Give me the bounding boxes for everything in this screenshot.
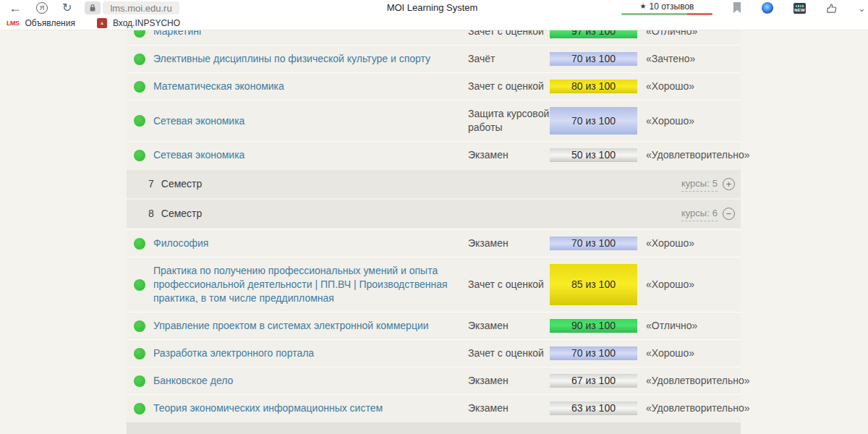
courses-count-link[interactable]: курсы: 6 xyxy=(681,206,718,221)
reviews-rating[interactable]: ★ 10 отзывов xyxy=(621,1,712,15)
table-row: Сетевая экономика Экзамен 50 из 100 «Удо… xyxy=(127,141,741,169)
status-dot-icon xyxy=(134,150,145,161)
status-dot-icon xyxy=(134,279,145,291)
semester-number: 8 xyxy=(148,207,154,221)
refresh-icon[interactable]: ↻ xyxy=(62,2,72,14)
reviews-count-label: 10 отзывов xyxy=(649,1,694,12)
score-cell: 63 из 100 xyxy=(550,401,637,415)
score-cell: 90 из 100 xyxy=(550,319,637,333)
courses-count: 6 xyxy=(712,206,718,220)
chevron-down-icon[interactable]: ⌄ xyxy=(858,3,864,14)
courses-count: 5 xyxy=(712,176,718,190)
url-field[interactable]: lms.moi.edu.ru xyxy=(85,1,179,14)
score-value: 67 из 100 xyxy=(571,374,616,388)
score-value: 80 из 100 xyxy=(571,80,616,93)
bookmark-flag-icon[interactable] xyxy=(733,2,741,14)
course-status xyxy=(127,375,153,387)
course-link[interactable]: Элективные дисциплины по физической куль… xyxy=(153,53,430,64)
semester-header-row: 8 Семестр курсы: 6 − xyxy=(127,200,741,228)
rating-bar-negative xyxy=(687,13,712,15)
score-value: 70 из 100 xyxy=(571,346,616,360)
table-row: Философия Экзамен 70 из 100 «Хорошо» xyxy=(127,229,741,257)
course-status xyxy=(127,238,153,250)
star-icon: ★ xyxy=(640,2,647,10)
grade-label: «Зачтено» xyxy=(637,52,741,66)
address-bar-right-cluster: ★ 10 отзывов NEW xyxy=(621,0,864,16)
score-cell: 67 из 100 xyxy=(550,374,637,388)
status-dot-icon xyxy=(134,81,145,93)
course-link[interactable]: Сетевая экономика xyxy=(153,115,244,127)
score-cell: 80 из 100 xyxy=(550,80,637,93)
grade-label: «Хорошо» xyxy=(637,278,741,292)
back-icon[interactable]: ← xyxy=(9,1,22,14)
bookmark-item-announcements[interactable]: LMS Объявления xyxy=(7,18,75,28)
score-value: 63 из 100 xyxy=(571,401,616,415)
table-row: Управление проектом в системах электронн… xyxy=(127,312,741,339)
score-value: 70 из 100 xyxy=(571,114,616,128)
exam-type-label: Экзамен xyxy=(468,374,550,388)
status-dot-icon xyxy=(134,320,145,332)
course-status xyxy=(127,320,153,332)
exam-type-label: Экзамен xyxy=(468,237,550,250)
browser-logo-icon[interactable] xyxy=(762,2,773,14)
exam-type-label: Защита курсовой работы xyxy=(468,107,550,135)
lms-logo-icon: LMS xyxy=(7,20,20,27)
status-dot-icon xyxy=(134,238,145,250)
score-cell: 50 из 100 xyxy=(550,148,637,162)
exam-type-label: Экзамен xyxy=(468,401,550,415)
lock-icon[interactable] xyxy=(85,1,101,14)
course-status xyxy=(127,54,153,65)
course-link[interactable]: Банковское дело xyxy=(153,375,233,386)
grade-label: «Хорошо» xyxy=(637,346,741,360)
courses-label: курсы: xyxy=(681,206,710,220)
course-link[interactable]: Практика по получению профессиональных у… xyxy=(153,265,448,304)
table-row: Математическая экономика Зачет с оценкой… xyxy=(127,72,741,100)
course-status xyxy=(127,81,153,93)
table-row: Разработка электронного портала Зачет с … xyxy=(127,339,741,367)
score-value: 70 из 100 xyxy=(571,52,616,66)
course-link[interactable]: Философия xyxy=(153,237,208,249)
semester-label: Семестр xyxy=(161,177,203,191)
url-text[interactable]: lms.moi.edu.ru xyxy=(103,1,179,14)
new-badge-label: NEW xyxy=(794,8,805,12)
grade-label: «Хорошо» xyxy=(637,80,741,93)
course-status xyxy=(127,279,153,291)
table-row: Теория экономических информационных сист… xyxy=(127,394,741,422)
exam-type-label: Экзамен xyxy=(468,319,550,333)
score-cell: 70 из 100 xyxy=(550,346,637,360)
status-dot-icon xyxy=(134,403,145,414)
course-link[interactable]: Математическая экономика xyxy=(153,80,284,92)
exam-type-label: Экзамен xyxy=(468,148,550,162)
minus-circle-icon[interactable]: − xyxy=(723,208,735,220)
bookmark-item-inpsycho[interactable]: ▲ Вход.INPSYCHO xyxy=(97,18,180,28)
new-badge-strip xyxy=(796,5,804,7)
exam-type-label: Зачет с оценкой xyxy=(468,278,550,292)
score-value: 50 из 100 xyxy=(571,148,616,162)
course-link[interactable]: Управление проектом в системах электронн… xyxy=(153,320,429,331)
semester-header-row: 7 Семестр курсы: 5 + xyxy=(127,170,741,198)
grade-label: «Отлично» xyxy=(637,319,741,333)
status-dot-icon xyxy=(134,54,145,65)
score-cell: 85 из 100 xyxy=(550,264,637,305)
bookmark-label: Вход.INPSYCHO xyxy=(113,18,180,28)
table-row: Сетевая экономика Защита курсовой работы… xyxy=(127,100,741,141)
exam-type-label: Зачёт xyxy=(468,52,550,66)
page-title: MOI Learning System xyxy=(387,2,478,13)
course-link[interactable]: Разработка электронного портала xyxy=(153,347,314,359)
course-link[interactable]: Теория экономических информационных сист… xyxy=(153,402,383,414)
thumbs-feedback-icon[interactable] xyxy=(826,3,838,14)
browser-chrome: ← Я ↻ lms.moi.edu.ru MOI Learning System… xyxy=(0,0,868,30)
status-dot-icon xyxy=(134,375,145,387)
new-extension-icon[interactable]: NEW xyxy=(793,3,806,14)
table-row: Элективные дисциплины по физической куль… xyxy=(127,45,741,72)
courses-count-link[interactable]: курсы: 5 xyxy=(681,176,718,192)
course-status xyxy=(127,150,153,161)
yandex-profile-icon[interactable]: Я xyxy=(36,2,48,14)
plus-circle-icon[interactable]: + xyxy=(723,178,735,190)
score-cell: 70 из 100 xyxy=(550,107,637,135)
course-link[interactable]: Сетевая экономика xyxy=(153,149,244,161)
exam-type-label: Зачет с оценкой xyxy=(468,80,550,93)
course-status xyxy=(127,403,153,414)
score-value: 70 из 100 xyxy=(571,237,616,250)
rating-bar-positive xyxy=(621,13,687,15)
